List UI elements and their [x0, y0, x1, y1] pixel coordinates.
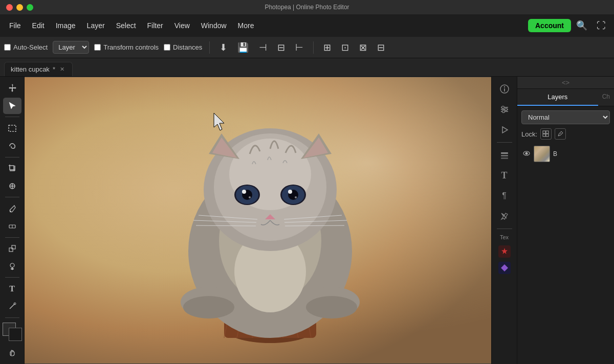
fullscreen-icon[interactable]: ⛶: [593, 18, 610, 33]
menu-account[interactable]: Account: [528, 19, 571, 32]
svg-rect-71: [501, 155, 508, 156]
svg-rect-76: [543, 131, 545, 133]
menu-view[interactable]: View: [169, 19, 195, 32]
canvas-container: [25, 77, 491, 363]
svg-point-67: [505, 108, 507, 111]
type-large-icon[interactable]: T: [495, 166, 514, 185]
fx-icon-1[interactable]: [498, 245, 511, 258]
panel-collapse-handle[interactable]: <>: [517, 77, 614, 89]
canvas-area[interactable]: [25, 77, 491, 364]
tool-move[interactable]: [3, 80, 21, 97]
menu-filter[interactable]: Filter: [142, 19, 168, 32]
tool-hand[interactable]: [3, 344, 21, 361]
strip-separator-1: [497, 142, 512, 143]
tool-brush[interactable]: [3, 200, 21, 217]
layer-dropdown[interactable]: Layer Group: [53, 41, 89, 54]
menu-window[interactable]: Window: [196, 19, 232, 32]
strip-separator-2: [497, 229, 512, 229]
transform-controls-checkbox[interactable]: [94, 44, 101, 51]
tool-separator-3: [5, 197, 19, 197]
svg-rect-0: [9, 125, 16, 131]
tab-label: kitten cupcak: [11, 65, 50, 73]
tex-label: Tex: [498, 232, 511, 242]
lock-paint-btn[interactable]: [555, 128, 566, 140]
minimize-button[interactable]: [16, 4, 23, 11]
color-swatches[interactable]: [3, 323, 22, 342]
tool-pen[interactable]: [3, 298, 21, 315]
svg-rect-70: [501, 152, 508, 154]
blend-mode-select[interactable]: Normal Dissolve Multiply Screen Overlay: [521, 110, 610, 124]
transform-controls-group: Transform controls: [94, 43, 159, 51]
background-color[interactable]: [9, 328, 22, 341]
layer-style-icon[interactable]: [495, 146, 514, 164]
paragraph-icon[interactable]: ¶: [495, 187, 514, 205]
layer-visibility-icon[interactable]: [522, 149, 531, 159]
align-left-icon[interactable]: ⊣: [256, 42, 270, 53]
distribute-icon-2[interactable]: ⊡: [339, 42, 352, 53]
layers-panel: <> Layers Ch Normal Dissolve Multiply Sc…: [517, 77, 614, 364]
svg-point-51: [295, 196, 297, 198]
auto-select-checkbox[interactable]: [4, 44, 11, 51]
tool-dodge[interactable]: [3, 258, 21, 275]
tool-clone[interactable]: [3, 240, 21, 257]
svg-marker-75: [501, 264, 508, 271]
layer-thumbnail: [534, 146, 550, 162]
tab-layers[interactable]: Layers: [517, 89, 598, 106]
layer-item-bg[interactable]: B: [521, 144, 610, 164]
tool-lasso[interactable]: [3, 138, 21, 154]
tab-modified-indicator: *: [53, 65, 55, 73]
panel-tabs: Layers Ch: [517, 89, 614, 106]
tab-close-button[interactable]: ✕: [58, 65, 66, 73]
close-button[interactable]: [6, 4, 13, 11]
layers-adjust-icon[interactable]: [495, 100, 514, 119]
align-center-icon[interactable]: ⊟: [275, 42, 288, 53]
search-icon[interactable]: 🔍: [572, 18, 591, 33]
tool-type[interactable]: T: [3, 280, 21, 297]
lock-pixels-btn[interactable]: [540, 128, 552, 140]
main-area: T: [0, 77, 614, 364]
tool-heal[interactable]: [3, 178, 21, 195]
left-tool-panel: T: [0, 77, 25, 364]
play-icon[interactable]: [495, 121, 514, 139]
lock-row: Lock:: [521, 128, 610, 140]
right-strip-panel: T ¶ Tex: [491, 77, 517, 364]
svg-marker-74: [501, 248, 508, 254]
distances-label: Distances: [173, 43, 202, 51]
save-icon[interactable]: 💾: [235, 42, 251, 53]
tool-rect-select[interactable]: [3, 120, 21, 136]
fx-icon-2[interactable]: [498, 262, 511, 274]
svg-rect-72: [501, 157, 508, 159]
traffic-lights: [6, 4, 33, 11]
distribute-icon-4[interactable]: ⊟: [375, 42, 387, 53]
svg-rect-9: [9, 248, 13, 252]
download-icon[interactable]: ⬇: [217, 42, 230, 53]
menu-more[interactable]: More: [233, 19, 259, 32]
align-right-icon[interactable]: ⊢: [293, 42, 306, 53]
menu-select[interactable]: Select: [111, 19, 141, 32]
tool-eraser[interactable]: [3, 218, 21, 235]
info-icon[interactable]: [495, 80, 514, 98]
tab-channels[interactable]: Ch: [598, 89, 614, 106]
svg-point-11: [10, 263, 14, 267]
distribute-icon-3[interactable]: ⊠: [357, 42, 369, 53]
lock-label: Lock:: [521, 130, 537, 138]
svg-point-6: [10, 211, 11, 212]
svg-point-68: [502, 110, 505, 113]
tool-crop[interactable]: [3, 160, 21, 177]
svg-point-62: [503, 86, 505, 87]
tool-select[interactable]: [3, 98, 21, 115]
tools-icon[interactable]: [495, 207, 514, 225]
svg-point-82: [525, 152, 528, 154]
tab-kitten-cupcake[interactable]: kitten cupcak * ✕: [4, 62, 73, 76]
tool-separator-1: [5, 117, 19, 117]
svg-marker-69: [502, 127, 508, 133]
maximize-button[interactable]: [27, 4, 33, 11]
menu-layer[interactable]: Layer: [82, 19, 110, 32]
menu-edit[interactable]: Edit: [27, 19, 50, 32]
window-title: Photopea | Online Photo Editor: [265, 4, 349, 11]
distances-checkbox[interactable]: [164, 44, 170, 51]
menu-image[interactable]: Image: [51, 19, 81, 32]
paragraph-symbol: ¶: [502, 191, 507, 200]
distribute-icon-1[interactable]: ⊞: [321, 42, 334, 53]
menu-file[interactable]: File: [4, 19, 26, 32]
